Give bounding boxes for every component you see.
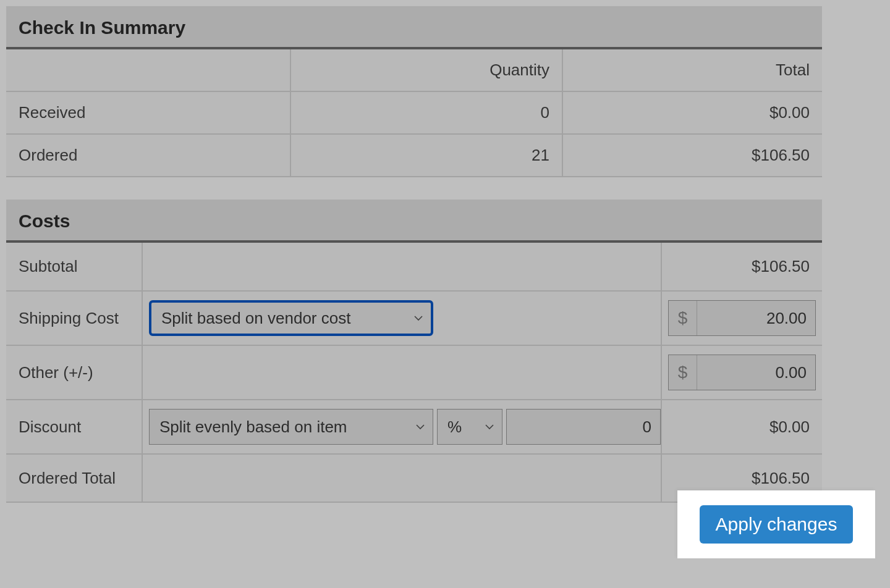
row-label: Discount	[6, 400, 142, 454]
select-value: Split based on vendor cost	[161, 309, 413, 328]
other-row: Other (+/-) $ 0.00	[6, 345, 822, 400]
row-qty: 0	[290, 91, 562, 134]
currency-symbol: $	[669, 301, 697, 335]
shipping-value-cell: $ 20.00	[661, 291, 822, 345]
other-value-cell: $ 0.00	[661, 345, 822, 400]
input-value: 0.00	[697, 355, 815, 390]
row-label: Shipping Cost	[6, 291, 142, 345]
subtotal-row: Subtotal $106.50	[6, 243, 822, 291]
other-cost-input[interactable]: $ 0.00	[668, 355, 816, 390]
table-row: Received 0 $0.00	[6, 91, 822, 134]
row-label: Other (+/-)	[6, 345, 142, 400]
row-qty: 21	[290, 134, 562, 177]
input-value: 20.00	[697, 301, 815, 335]
costs-table: Subtotal $106.50 Shipping Cost Split bas…	[6, 243, 822, 503]
column-header-total: Total	[562, 49, 822, 91]
row-label: Ordered Total	[6, 454, 142, 502]
summary-table: Quantity Total Received 0 $0.00 Ordered …	[6, 49, 822, 177]
input-value: 0	[507, 410, 660, 444]
column-header-blank	[6, 49, 290, 91]
chevron-down-icon	[485, 422, 494, 432]
select-value: Split evenly based on item	[159, 418, 415, 437]
column-header-quantity: Quantity	[290, 49, 562, 91]
footer-actions: Apply changes	[677, 490, 875, 558]
empty-cell	[142, 243, 661, 291]
row-label: Subtotal	[6, 243, 142, 291]
select-value: %	[447, 418, 485, 437]
empty-cell	[142, 454, 661, 502]
shipping-cost-input[interactable]: $ 20.00	[668, 300, 816, 336]
chevron-down-icon	[413, 313, 423, 323]
discount-total: $0.00	[661, 400, 822, 454]
subtotal-value: $106.50	[661, 243, 822, 291]
row-total: $0.00	[562, 91, 822, 134]
row-label: Ordered	[6, 134, 290, 177]
shipping-controls-cell: Split based on vendor cost	[142, 291, 661, 345]
table-row: Ordered 21 $106.50	[6, 134, 822, 177]
currency-symbol: $	[669, 355, 697, 390]
row-total: $106.50	[562, 134, 822, 177]
table-header-row: Quantity Total	[6, 49, 822, 91]
check-in-summary-section: Check In Summary Quantity Total Received…	[6, 6, 822, 177]
shipping-row: Shipping Cost Split based on vendor cost…	[6, 291, 822, 345]
row-label: Received	[6, 91, 290, 134]
apply-changes-button[interactable]: Apply changes	[700, 505, 854, 544]
discount-unit-select[interactable]: %	[437, 409, 502, 445]
discount-value-input[interactable]: 0	[506, 409, 661, 445]
discount-method-select[interactable]: Split evenly based on item	[149, 409, 433, 445]
section-title: Check In Summary	[6, 6, 822, 49]
empty-cell	[142, 345, 661, 400]
discount-row: Discount Split evenly based on item %	[6, 400, 822, 454]
chevron-down-icon	[415, 422, 425, 432]
discount-controls-cell: Split evenly based on item %	[142, 400, 661, 454]
section-title: Costs	[6, 200, 822, 243]
costs-section: Costs Subtotal $106.50 Shipping Cost Sp	[6, 200, 822, 503]
shipping-method-select[interactable]: Split based on vendor cost	[149, 300, 433, 336]
